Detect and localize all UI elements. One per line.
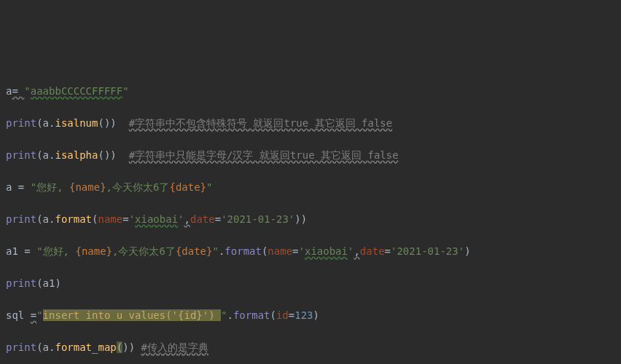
paren: ( <box>117 341 122 353</box>
quote: " <box>36 309 42 321</box>
dot: . <box>227 309 233 321</box>
comment: #传入的是字典 <box>141 341 208 353</box>
code-line-1[interactable]: a= "aaabbCCCCCFFFFF" <box>6 83 615 99</box>
quote: ' <box>221 213 227 225</box>
quote: ' <box>178 213 184 225</box>
kwarg-name: date <box>190 213 215 225</box>
builtin-print: print <box>6 213 36 225</box>
method-format: format <box>55 213 92 225</box>
sql-highlight: ') <box>203 309 221 321</box>
format-placeholder: {name} <box>69 181 106 193</box>
paren: ( <box>270 309 276 321</box>
identifier: a <box>43 149 49 161</box>
paren: ) <box>464 245 470 257</box>
operator-eq: = <box>18 181 31 193</box>
string-literal: ,今天你太6了 <box>112 245 176 257</box>
identifier: sql <box>6 309 31 321</box>
identifier: a1 <box>43 277 55 289</box>
operator-eq: = <box>31 309 36 321</box>
number-literal: 123 <box>294 309 313 321</box>
method-isalnum: isalnum <box>55 117 98 129</box>
builtin-print: print <box>6 277 36 289</box>
quote: " <box>206 181 212 193</box>
method-format: format <box>224 245 262 257</box>
operator-eq: = <box>292 245 298 257</box>
paren: ) <box>55 277 60 289</box>
comment: #字符串中只能是字母/汉字 就返回true 其它返回 false <box>129 149 399 161</box>
format-placeholder: {id} <box>178 309 203 321</box>
builtin-print: print <box>6 341 36 353</box>
paren: ( <box>36 213 42 225</box>
identifier: a <box>6 181 18 193</box>
paren: ()) <box>98 149 128 161</box>
string-literal: xiaobai <box>305 245 348 257</box>
comma: , <box>354 245 359 257</box>
code-line-2[interactable]: print(a.isalnum()) #字符串中不包含特殊符号 就返回true … <box>6 115 615 131</box>
identifier: a1 <box>6 245 24 257</box>
quote: ' <box>129 213 135 225</box>
quote: " <box>212 245 218 257</box>
operator-eq: = <box>24 245 36 257</box>
quote: " <box>24 85 30 97</box>
paren: ) <box>313 309 319 321</box>
method-format-map: format_map <box>55 341 116 353</box>
quote: ' <box>458 245 464 257</box>
paren: ( <box>36 149 42 161</box>
comment: #字符串中不包含特殊符号 就返回true 其它返回 false <box>129 117 393 129</box>
string-literal: 您好, <box>43 245 76 257</box>
kwarg-name: name <box>267 245 292 257</box>
string-literal: xiaobai <box>135 213 178 225</box>
operator-eq: = <box>385 245 391 257</box>
code-line-3[interactable]: print(a.isalpha()) #字符串中只能是字母/汉字 就返回true… <box>6 147 615 163</box>
operator-eq: = <box>215 213 221 225</box>
string-literal: 2021-01-23 <box>397 245 458 257</box>
string-literal: aaabbCCCCCFFFFF <box>31 85 122 97</box>
paren: ( <box>36 117 42 129</box>
operator-eq: = <box>122 213 128 225</box>
paren: ( <box>36 277 42 289</box>
paren: ( <box>36 341 42 353</box>
comma: , <box>184 213 190 225</box>
code-line-9[interactable]: print(a.format_map()) #传入的是字典 <box>6 339 615 355</box>
string-literal: ,今天你太6了 <box>106 181 170 193</box>
paren: )) <box>122 341 141 353</box>
identifier: a <box>43 213 49 225</box>
kwarg-name: id <box>276 309 289 321</box>
kwarg-name: date <box>360 245 385 257</box>
quote: " <box>36 245 42 257</box>
code-line-8[interactable]: sql ="insert into u values('{id}') ".for… <box>6 307 615 323</box>
identifier: a <box>43 117 49 129</box>
builtin-print: print <box>6 117 36 129</box>
code-line-6[interactable]: a1 = "您好, {name},今天你太6了{date}".format(na… <box>6 243 615 259</box>
code-editor[interactable]: a= "aaabbCCCCCFFFFF" print(a.isalnum()) … <box>6 67 615 364</box>
quote: ' <box>299 245 305 257</box>
format-placeholder: {date} <box>169 181 206 193</box>
code-line-4[interactable]: a = "您好, {name},今天你太6了{date}" <box>6 179 615 195</box>
quote: " <box>122 85 128 97</box>
builtin-print: print <box>6 149 36 161</box>
kwarg-name: name <box>98 213 122 225</box>
method-isalpha: isalpha <box>55 149 98 161</box>
sql-highlight: insert into u values(' <box>43 309 178 321</box>
code-line-7[interactable]: print(a1) <box>6 275 615 291</box>
string-literal: 2021-01-23 <box>227 213 289 225</box>
operator-eq: = <box>289 309 294 321</box>
paren: )) <box>294 213 307 225</box>
method-format: format <box>233 309 270 321</box>
string-literal: 您好, <box>36 181 69 193</box>
code-line-5[interactable]: print(a.format(name='xiaobai',date='2021… <box>6 211 615 227</box>
quote: " <box>31 181 36 193</box>
paren: ()) <box>98 117 128 129</box>
format-placeholder: {date} <box>176 245 213 257</box>
identifier: a <box>43 341 49 353</box>
format-placeholder: {name} <box>75 245 112 257</box>
operator-eq: = <box>12 85 24 97</box>
